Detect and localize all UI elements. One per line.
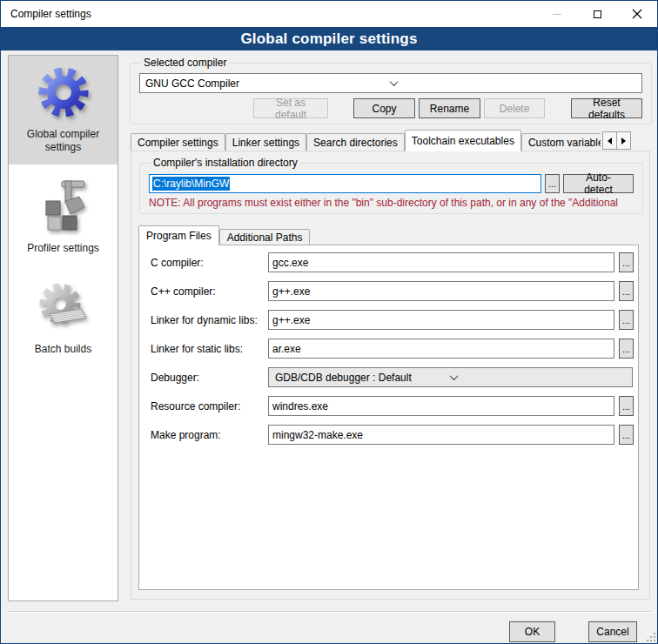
rename-button[interactable]: Rename xyxy=(419,98,480,118)
selected-compiler-value: GNU GCC Compiler xyxy=(145,77,391,90)
browse-linker-dynamic-button[interactable]: ... xyxy=(619,310,634,330)
sidebar-item-label: Batch builds xyxy=(11,343,115,356)
selected-compiler-group: Selected compiler GNU GCC Compiler Set a… xyxy=(130,57,652,124)
maximize-icon xyxy=(594,10,601,18)
sidebar-item-batch-builds[interactable]: Batch builds xyxy=(9,271,118,366)
field-row-linker-dynamic: Linker for dynamic libs: ... xyxy=(151,310,638,330)
field-label: Debugger: xyxy=(151,372,268,384)
installation-directory-group-label: Compiler's installation directory xyxy=(151,157,300,169)
c-compiler-input[interactable] xyxy=(268,252,614,272)
browse-make-program-button[interactable]: ... xyxy=(619,425,634,445)
set-as-default-button: Set as default xyxy=(253,98,328,118)
titlebar: Compiler settings xyxy=(1,1,657,27)
field-label: Linker for dynamic libs: xyxy=(151,314,268,326)
resize-grip-icon[interactable] xyxy=(646,632,655,641)
toolchain-executables-panel: Compiler's installation directory C:\ray… xyxy=(131,151,650,600)
selected-compiler-dropdown[interactable]: GNU GCC Compiler xyxy=(139,73,642,93)
debugger-select[interactable]: GDB/CDB debugger : Default xyxy=(268,367,633,387)
field-label: Make program: xyxy=(151,429,268,441)
settings-tabstrip: Compiler settings Linker settings Search… xyxy=(131,130,601,151)
dialog-header-title: Global compiler settings xyxy=(240,30,417,48)
chevron-down-icon xyxy=(451,374,627,381)
bin-subdirectory-note: NOTE: All programs must exist either in … xyxy=(149,197,634,209)
copy-button[interactable]: Copy xyxy=(353,98,415,118)
installation-directory-group: Compiler's installation directory C:\ray… xyxy=(139,157,643,214)
sidebar-item-global-compiler-settings[interactable]: Global compiler settings xyxy=(9,56,118,164)
tab-toolchain-executables[interactable]: Toolchain executables xyxy=(405,130,521,151)
sidebar-item-label: Global compiler settings xyxy=(11,128,115,154)
browse-cpp-compiler-button[interactable]: ... xyxy=(619,281,634,301)
compiler-buttons-row: Set as default Copy Rename Delete Reset … xyxy=(139,98,642,118)
field-row-c-compiler: C compiler: ... xyxy=(151,252,638,272)
program-files-tabstrip: Program Files Additional Paths xyxy=(138,225,310,245)
debugger-select-value: GDB/CDB debugger : Default xyxy=(275,372,451,384)
tab-custom-variables[interactable]: Custom variables xyxy=(521,133,601,151)
browse-resource-compiler-button[interactable]: ... xyxy=(619,396,634,416)
maximize-button[interactable] xyxy=(577,1,617,27)
caption-buttons xyxy=(537,1,657,27)
tab-scroll-right-button[interactable] xyxy=(616,131,631,150)
caliper-tool-icon xyxy=(36,178,91,234)
compiler-settings-dialog: Compiler settings Global compiler settin… xyxy=(0,0,658,644)
browse-directory-button[interactable]: ... xyxy=(545,174,560,193)
tab-program-files[interactable]: Program Files xyxy=(138,225,219,245)
window-title: Compiler settings xyxy=(10,8,91,20)
minimize-button xyxy=(537,1,577,27)
linker-static-input[interactable] xyxy=(268,339,614,359)
chevron-down-icon xyxy=(391,80,636,87)
resource-compiler-input[interactable] xyxy=(268,396,614,416)
minimize-icon xyxy=(553,14,561,15)
field-row-debugger: Debugger: GDB/CDB debugger : Default xyxy=(151,367,638,387)
field-row-linker-static: Linker for static libs: ... xyxy=(151,339,638,359)
reset-defaults-button[interactable]: Reset defaults xyxy=(571,98,642,118)
linker-dynamic-input[interactable] xyxy=(268,310,614,330)
selected-path-text: C:\raylib\MinGW xyxy=(152,177,230,191)
field-row-cpp-compiler: C++ compiler: ... xyxy=(151,281,638,301)
sidebar-item-label: Profiler settings xyxy=(11,242,115,255)
cancel-button[interactable]: Cancel xyxy=(588,621,637,642)
cpp-compiler-input[interactable] xyxy=(268,281,614,301)
field-label: C++ compiler: xyxy=(151,285,268,298)
installation-directory-input[interactable]: C:\raylib\MinGW xyxy=(149,174,541,193)
tab-scroll-left-button[interactable] xyxy=(602,131,617,150)
selected-compiler-group-label: Selected compiler xyxy=(141,57,229,69)
close-icon xyxy=(632,9,642,19)
delete-button: Delete xyxy=(484,98,545,118)
tab-additional-paths[interactable]: Additional Paths xyxy=(219,229,311,245)
field-label: Resource compiler: xyxy=(151,400,268,413)
footer-divider xyxy=(8,611,651,613)
browse-c-compiler-button[interactable]: ... xyxy=(619,252,634,272)
field-label: C compiler: xyxy=(151,257,268,269)
tab-search-directories[interactable]: Search directories xyxy=(306,133,405,151)
tab-compiler-settings[interactable]: Compiler settings xyxy=(131,133,225,151)
field-row-make-program: Make program: ... xyxy=(151,425,638,445)
sidebar-item-profiler-settings[interactable]: Profiler settings xyxy=(9,170,118,265)
blue-gear-icon xyxy=(36,64,91,120)
close-button[interactable] xyxy=(617,1,657,27)
field-row-resource-compiler: Resource compiler: ... xyxy=(151,396,638,416)
field-label: Linker for static libs: xyxy=(151,343,268,355)
settings-category-list: Global compiler settings Profiler settin… xyxy=(8,55,118,601)
auto-detect-button[interactable]: Auto-detect xyxy=(563,174,634,193)
make-program-input[interactable] xyxy=(268,425,614,445)
program-files-page: C compiler: ... C++ compiler: ... Linker… xyxy=(138,245,639,590)
ok-button[interactable]: OK xyxy=(509,621,555,642)
browse-linker-static-button[interactable]: ... xyxy=(619,339,634,359)
tab-linker-settings[interactable]: Linker settings xyxy=(225,133,306,151)
arrow-right-icon xyxy=(621,138,626,144)
gray-gear-stack-icon xyxy=(36,279,91,335)
dialog-header: Global compiler settings xyxy=(1,27,657,50)
arrow-left-icon xyxy=(608,138,612,144)
